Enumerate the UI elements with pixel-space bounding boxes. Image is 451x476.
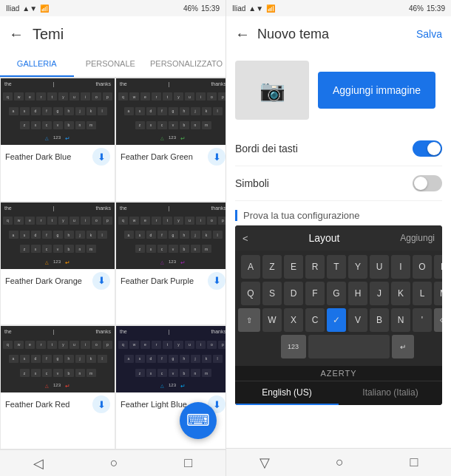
toggle-simboli[interactable] [413,175,442,191]
keyboard-preview-orange: the | thanks qwertyuiop asdfghjkl zxcvbn… [1,203,115,269]
theme-name-blue: Feather Dark Blue [5,152,92,161]
kb-key-K[interactable]: K [391,282,410,305]
kb-key-F[interactable]: F [305,282,325,305]
kb-key-shift[interactable]: ⇧ [238,308,260,332]
nav-back-icon[interactable]: ◁ [33,455,44,472]
left-nav-bar: ◁ ○ □ [0,449,226,476]
kb-key-S[interactable]: S [262,282,282,305]
keyboard-layout-title: Layout [308,232,339,244]
kb-key-backspace[interactable]: ⌫ [434,308,442,332]
kb-key-H[interactable]: H [348,282,367,305]
setting-label-bordi: Bordi dei tasti [235,143,298,154]
left-status-right: 46% 15:39 [183,4,220,13]
download-btn-purple[interactable]: ⬇ [208,272,226,290]
kb-key-T[interactable]: T [327,255,346,279]
kb-key-R[interactable]: R [305,255,325,279]
kb-key-D[interactable]: D [284,282,303,305]
right-nav-back-icon[interactable]: ▽ [260,455,270,471]
kb-key-E[interactable]: E [284,255,303,279]
tab-personale[interactable]: PERSONALE [74,52,148,77]
keyboard-nav-add[interactable]: Aggiungi [400,233,435,243]
theme-name-orange: Feather Dark Orange [5,276,92,285]
download-btn-green[interactable]: ⬇ [208,148,226,166]
left-tabs: GALLERIA PERSONALE PERSONALIZZATO [0,52,226,78]
kb-key-I[interactable]: I [391,255,410,279]
download-btn-blue[interactable]: ⬇ [92,148,110,166]
kb-key-V[interactable]: V [348,308,367,332]
kb-row-2: Q S D F G H J K L M [238,282,442,305]
setting-row-simboli: Simboli [235,166,442,201]
kb-key-C[interactable]: C [305,308,325,332]
lang-tab-english[interactable]: English (US) [235,381,339,405]
download-btn-red[interactable]: ⬇ [92,395,110,413]
kb-key-Y[interactable]: Y [348,255,367,279]
left-time: 15:39 [201,4,220,13]
kb-key-N[interactable]: N [391,308,410,332]
theme-card-purple[interactable]: the | thanks qwertyuiop asdfghjkl zxcvbn… [116,203,226,325]
keyboard-with-side: A Z E R T Y U I O P Q S [235,251,442,366]
language-tabs: English (US) Italiano (Italia) [235,381,442,405]
kb-key-J[interactable]: J [370,282,389,305]
left-page-title: Temi [33,26,64,43]
theme-preview-red: the | thanks qwertyuiop asdfghjkl zxcvbn… [1,326,115,392]
kb-key-B[interactable]: B [370,308,389,332]
keyboard-main-area: A Z E R T Y U I O P Q S [235,251,442,366]
right-carrier: Iliad [232,4,245,13]
right-back-button[interactable]: ← [235,26,250,43]
left-back-button[interactable]: ← [9,26,24,43]
theme-name-purple: Feather Dark Purple [121,276,208,285]
tab-galleria[interactable]: GALLERIA [0,52,74,77]
kb-key-O[interactable]: O [413,255,432,279]
kb-key-Q[interactable]: Q [241,282,260,305]
nav-home-icon[interactable]: ○ [110,455,118,471]
kb-key-123[interactable]: 123 [281,335,306,358]
kb-key-check[interactable]: ✓ [327,308,346,332]
theme-card-blue[interactable]: the | thanks qwertyuiop asdfghjkl zxcvbn… [1,78,115,201]
left-panel: Iliad ▲▼ 📶 46% 15:39 ← Temi GALLERIA PER… [0,0,226,476]
save-button[interactable]: Salva [416,28,442,40]
kb-key-Z[interactable]: Z [262,255,282,279]
right-top-bar: ← Nuovo tema Salva [226,16,451,52]
theme-card-orange[interactable]: the | thanks qwertyuiop asdfghjkl zxcvbn… [1,203,115,325]
add-image-button[interactable]: Aggiungi immagine [318,72,435,109]
kb-key-U[interactable]: U [370,255,389,279]
theme-card-red[interactable]: the | thanks qwertyuiop asdfghjkl zxcvbn… [1,326,115,449]
right-page-title: Nuovo tema [257,27,329,42]
right-nav-recent-icon[interactable]: □ [410,455,418,470]
keyboard-nav-back[interactable]: < [243,233,248,244]
right-status-left: Iliad ▲▼ 📶 [232,4,275,13]
left-status-left: Iliad ▲▼ 📶 [6,4,49,13]
theme-name-green: Feather Dark Green [121,152,208,161]
kb-key-P[interactable]: P [434,255,442,279]
theme-card-green[interactable]: the | thanks qwertyuiop asdfghjkl zxcvbn… [116,78,226,201]
kb-key-L[interactable]: L [413,282,432,305]
kb-key-apostrophe[interactable]: ' [413,308,432,332]
tab-personalizzato[interactable]: PERSONALIZZATO [147,52,226,77]
right-time: 15:39 [427,4,445,13]
themes-grid: the | thanks qwertyuiop asdfghjkl zxcvbn… [0,78,226,449]
fab-keyboard[interactable]: ⌨ [180,402,217,439]
theme-preview-blue: the | thanks qwertyuiop asdfghjkl zxcvbn… [1,78,115,145]
theme-preview-purple: the | thanks qwertyuiop asdfghjkl zxcvbn… [116,203,226,269]
theme-info-blue: Feather Dark Blue ⬇ [1,145,115,166]
left-battery: 46% [183,4,198,13]
kb-key-M[interactable]: M [434,282,442,305]
image-placeholder: 📷 [235,61,309,120]
kb-key-enter[interactable]: ↵ [392,335,414,358]
kb-key-W[interactable]: W [262,308,282,332]
kb-key-G[interactable]: G [327,282,346,305]
theme-info-red: Feather Dark Red ⬇ [1,392,115,413]
right-battery: 46% [409,4,424,13]
kb-key-X[interactable]: X [284,308,303,332]
lang-tab-italiano[interactable]: Italiano (Italia) [339,381,442,405]
right-wifi-icon: 📶 [266,4,275,13]
theme-preview-orange: the | thanks qwertyuiop asdfghjkl zxcvbn… [1,203,115,269]
nav-recent-icon[interactable]: □ [184,455,192,471]
right-nav-home-icon[interactable]: ○ [336,455,344,470]
kb-key-A[interactable]: A [241,255,260,279]
keyboard-preview-blue: the | thanks qwertyuiop asdfghjkl zxcvbn… [1,78,115,145]
download-btn-orange[interactable]: ⬇ [92,272,110,290]
kb-key-space[interactable] [308,335,390,358]
toggle-bordi[interactable] [413,140,442,157]
theme-name-red: Feather Dark Red [5,400,92,409]
